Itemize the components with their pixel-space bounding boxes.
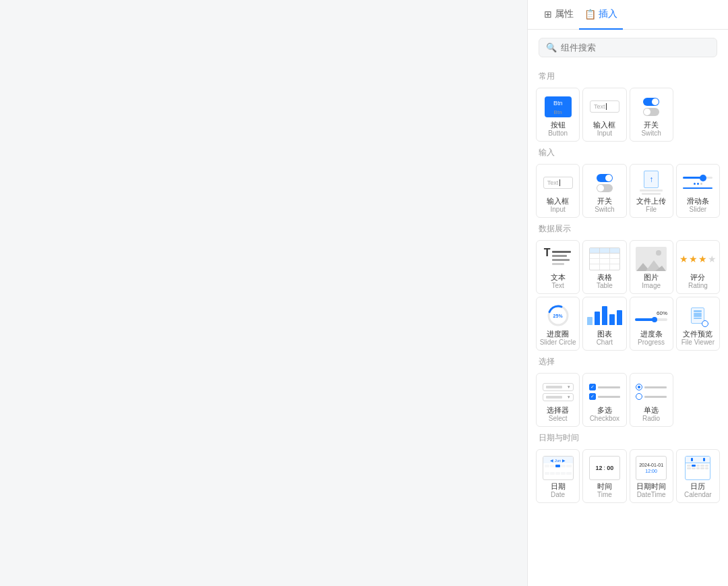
switch-common-label-en: Switch xyxy=(641,129,661,137)
datetime-label-en: DateTime xyxy=(636,491,666,498)
input-common-preview: Text xyxy=(586,94,623,119)
date-label-en: Date xyxy=(551,491,566,498)
rating-preview: ★ ★ ★ ★ xyxy=(679,246,716,272)
select-label-cn: 选择器 xyxy=(547,405,569,415)
calendar-label-en: Calendar xyxy=(684,491,712,498)
date-header-text: ◀ Jun ▶ xyxy=(550,458,566,463)
button-preview: Btn Btn xyxy=(540,94,576,119)
component-input[interactable]: Text 输入框 Input xyxy=(536,164,580,218)
right-panel: ⊞ 属性 📋 插入 🔍 常用 Btn Btn xyxy=(527,0,728,586)
progress-preview: 60% xyxy=(633,303,669,328)
progress-label-cn: 进度条 xyxy=(638,329,665,339)
component-switch-common[interactable]: 开关 Switch xyxy=(630,88,673,142)
component-calendar[interactable]: 日历 Calendar xyxy=(676,449,720,503)
slider-circle-label-cn: 进度圈 xyxy=(540,329,576,339)
button-label-en: Button xyxy=(548,129,568,137)
common-grid: Btn Btn 按钮 Button Text 输入框 xyxy=(536,88,720,142)
checkbox-preview: ✓ ✓ xyxy=(586,379,623,405)
select-label-en: Select xyxy=(547,415,569,422)
component-input-common[interactable]: Text 输入框 Input xyxy=(582,88,626,142)
component-progress[interactable]: 60% 进度条 Progress xyxy=(630,297,673,351)
radio-preview xyxy=(633,379,669,405)
component-date[interactable]: ◀ Jun ▶ xyxy=(536,449,580,503)
insert-icon: 📋 xyxy=(584,9,596,20)
chart-preview xyxy=(586,303,623,328)
component-switch[interactable]: 开关 Switch xyxy=(582,164,626,218)
image-preview xyxy=(633,246,669,272)
properties-icon: ⊞ xyxy=(544,9,552,20)
checkbox-label-en: Checkbox xyxy=(590,415,619,422)
file-label-cn: 文件上传 xyxy=(636,196,666,206)
calendar-preview xyxy=(679,455,716,481)
file-label-en: File xyxy=(636,206,666,213)
file-preview: ↑ xyxy=(633,170,669,196)
datetime-date: 2024-01-01 xyxy=(639,463,663,467)
canvas-area xyxy=(0,0,527,586)
slider-circle-preview: 25% xyxy=(540,303,576,328)
time-hours: 12 xyxy=(596,465,603,471)
component-button[interactable]: Btn Btn 按钮 Button xyxy=(536,88,580,142)
datetime-label-cn: 日期时间 xyxy=(636,481,666,491)
time-minutes: 00 xyxy=(607,465,613,471)
component-table[interactable]: 表格 Table xyxy=(582,240,626,294)
chart-label-en: Chart xyxy=(597,339,613,346)
data-grid: T 文本 Text xyxy=(536,240,720,351)
slider-circle-label-en: Slider Circle xyxy=(540,339,576,346)
mountains-svg xyxy=(636,258,666,271)
component-panel: 常用 Btn Btn 按钮 Button Tex xyxy=(528,65,728,586)
input-preview: Text xyxy=(540,170,576,196)
component-datetime[interactable]: 2024-01-01 12:00 日期时间 DateTime xyxy=(630,449,673,503)
component-text[interactable]: T 文本 Text xyxy=(536,240,580,294)
table-label-en: Table xyxy=(597,282,613,289)
component-file[interactable]: ↑ 文件上传 File xyxy=(630,164,673,218)
section-select-title: 选择 xyxy=(539,356,720,368)
star-4: ★ xyxy=(708,254,717,264)
switch-common-preview xyxy=(633,94,669,119)
rating-label-en: Rating xyxy=(688,282,708,289)
date-preview: ◀ Jun ▶ xyxy=(540,455,576,481)
rating-label-cn: 评分 xyxy=(688,272,708,282)
time-preview: 12 : 00 xyxy=(586,455,623,481)
button-label-cn: 按钮 xyxy=(548,120,568,129)
slider-label-cn: 滑动条 xyxy=(687,196,709,206)
component-image[interactable]: 图片 Image xyxy=(630,240,673,294)
file-viewer-label-en: File Viewer xyxy=(681,339,715,346)
image-label-cn: 图片 xyxy=(642,272,661,282)
input-common-label-en: Input xyxy=(593,129,615,137)
component-select[interactable]: ▾ ▾ 选择器 Select xyxy=(536,373,580,427)
file-viewer-label-cn: 文件预览 xyxy=(681,329,715,339)
section-datetime-title: 日期与时间 xyxy=(539,432,720,444)
datetime-preview: 2024-01-01 12:00 xyxy=(633,455,669,481)
chart-label-cn: 图表 xyxy=(597,329,613,339)
component-chart[interactable]: 图表 Chart xyxy=(582,297,626,351)
file-viewer-preview xyxy=(679,303,716,328)
tab-properties[interactable]: ⊞ 属性 xyxy=(539,0,579,30)
component-slider-circle[interactable]: 25% 进度圈 Slider Circle xyxy=(536,297,580,351)
tab-insert[interactable]: 📋 插入 xyxy=(579,0,623,30)
component-radio[interactable]: 单选 Radio xyxy=(630,373,673,427)
component-checkbox[interactable]: ✓ ✓ 多选 Checkbox xyxy=(582,373,626,427)
component-file-viewer[interactable]: 文件预览 File Viewer xyxy=(676,297,720,351)
component-slider[interactable]: 滑动条 Slider xyxy=(676,164,720,218)
input-common-label-cn: 输入框 xyxy=(593,120,615,129)
tab-properties-label: 属性 xyxy=(555,8,574,20)
switch-common-label-cn: 开关 xyxy=(641,120,661,129)
search-area: 🔍 xyxy=(528,30,728,65)
search-icon: 🔍 xyxy=(546,42,557,53)
date-label-cn: 日期 xyxy=(551,481,566,491)
checkbox-label-cn: 多选 xyxy=(590,405,619,415)
image-label-en: Image xyxy=(642,282,661,289)
switch-label-en: Switch xyxy=(595,206,614,213)
datetime-time: 12:00 xyxy=(645,469,657,473)
tab-insert-label: 插入 xyxy=(599,8,617,20)
search-input[interactable] xyxy=(561,42,710,53)
tab-bar: ⊞ 属性 📋 插入 xyxy=(528,0,728,30)
switch-preview xyxy=(586,170,623,196)
slider-preview xyxy=(679,170,716,196)
section-input-title: 输入 xyxy=(539,147,720,158)
component-time[interactable]: 12 : 00 时间 Time xyxy=(582,449,626,503)
progress-percent: 60% xyxy=(635,310,667,316)
component-rating[interactable]: ★ ★ ★ ★ 评分 Rating xyxy=(676,240,720,294)
input-grid: Text 输入框 Input xyxy=(536,164,720,218)
select-grid: ▾ ▾ 选择器 Select xyxy=(536,373,720,427)
